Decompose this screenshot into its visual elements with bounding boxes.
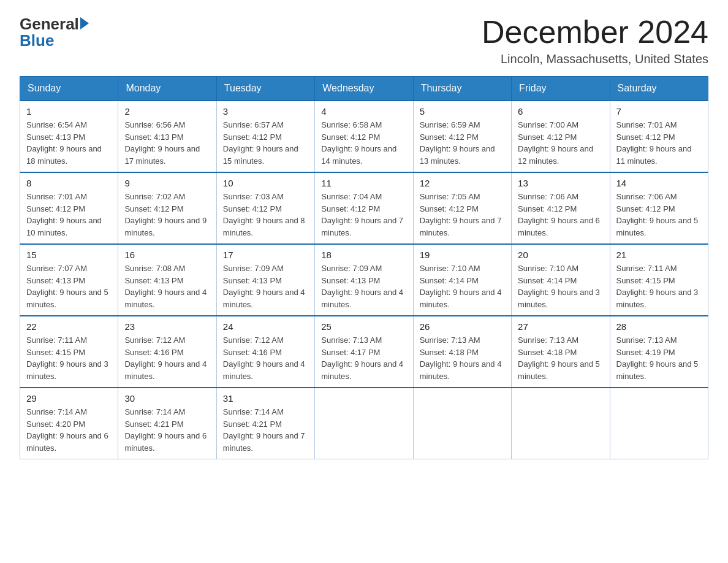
- day-info: Sunrise: 7:13 AMSunset: 4:18 PMDaylight:…: [420, 334, 505, 382]
- calendar-cell: [315, 388, 413, 459]
- day-number: 21: [616, 250, 702, 260]
- calendar-cell: 30 Sunrise: 7:14 AMSunset: 4:21 PMDaylig…: [118, 388, 216, 459]
- weekday-header-row: SundayMondayTuesdayWednesdayThursdayFrid…: [20, 77, 708, 101]
- day-info: Sunrise: 7:02 AMSunset: 4:12 PMDaylight:…: [124, 191, 210, 239]
- day-number: 15: [26, 250, 112, 260]
- weekday-header-thursday: Thursday: [413, 77, 511, 101]
- day-number: 13: [518, 178, 603, 188]
- logo-blue-text: Blue: [20, 31, 54, 50]
- calendar-cell: 19 Sunrise: 7:10 AMSunset: 4:14 PMDaylig…: [413, 244, 511, 316]
- day-number: 24: [223, 321, 308, 332]
- day-info: Sunrise: 7:10 AMSunset: 4:14 PMDaylight:…: [420, 262, 505, 310]
- day-number: 28: [616, 321, 702, 332]
- calendar-table: SundayMondayTuesdayWednesdayThursdayFrid…: [20, 76, 708, 459]
- day-number: 10: [223, 178, 308, 188]
- calendar-cell: 16 Sunrise: 7:08 AMSunset: 4:13 PMDaylig…: [118, 244, 216, 316]
- calendar-cell: 27 Sunrise: 7:13 AMSunset: 4:18 PMDaylig…: [512, 316, 610, 388]
- day-number: 5: [420, 106, 505, 117]
- day-info: Sunrise: 6:57 AMSunset: 4:12 PMDaylight:…: [223, 119, 308, 167]
- weekday-header-friday: Friday: [512, 77, 610, 101]
- calendar-cell: 15 Sunrise: 7:07 AMSunset: 4:13 PMDaylig…: [20, 244, 118, 316]
- weekday-header-saturday: Saturday: [610, 77, 708, 101]
- day-number: 7: [616, 106, 702, 117]
- weekday-header-monday: Monday: [118, 77, 216, 101]
- day-info: Sunrise: 6:54 AMSunset: 4:13 PMDaylight:…: [26, 119, 112, 167]
- calendar-cell: 1 Sunrise: 6:54 AMSunset: 4:13 PMDayligh…: [20, 101, 118, 172]
- calendar-cell: [610, 388, 708, 459]
- day-number: 31: [223, 393, 308, 404]
- calendar-cell: 31 Sunrise: 7:14 AMSunset: 4:21 PMDaylig…: [216, 388, 314, 459]
- day-number: 11: [321, 178, 406, 188]
- day-number: 16: [124, 250, 210, 260]
- day-number: 2: [124, 106, 210, 117]
- day-info: Sunrise: 7:00 AMSunset: 4:12 PMDaylight:…: [518, 119, 603, 167]
- day-info: Sunrise: 7:13 AMSunset: 4:19 PMDaylight:…: [616, 334, 702, 382]
- day-number: 3: [223, 106, 308, 117]
- calendar-cell: 23 Sunrise: 7:12 AMSunset: 4:16 PMDaylig…: [118, 316, 216, 388]
- calendar-cell: [512, 388, 610, 459]
- day-info: Sunrise: 7:06 AMSunset: 4:12 PMDaylight:…: [616, 191, 702, 239]
- day-info: Sunrise: 7:10 AMSunset: 4:14 PMDaylight:…: [518, 262, 603, 310]
- day-number: 29: [26, 393, 112, 404]
- calendar-cell: 29 Sunrise: 7:14 AMSunset: 4:20 PMDaylig…: [20, 388, 118, 459]
- day-info: Sunrise: 7:14 AMSunset: 4:20 PMDaylight:…: [26, 406, 112, 454]
- calendar-cell: 6 Sunrise: 7:00 AMSunset: 4:12 PMDayligh…: [512, 101, 610, 172]
- location-label: Lincoln, Massachusetts, United States: [482, 52, 708, 66]
- calendar-cell: 2 Sunrise: 6:56 AMSunset: 4:13 PMDayligh…: [118, 101, 216, 172]
- day-number: 1: [26, 106, 112, 117]
- calendar-cell: 22 Sunrise: 7:11 AMSunset: 4:15 PMDaylig…: [20, 316, 118, 388]
- day-info: Sunrise: 7:09 AMSunset: 4:13 PMDaylight:…: [321, 262, 406, 310]
- day-info: Sunrise: 7:12 AMSunset: 4:16 PMDaylight:…: [124, 334, 210, 382]
- week-row-3: 15 Sunrise: 7:07 AMSunset: 4:13 PMDaylig…: [20, 244, 708, 316]
- day-info: Sunrise: 7:08 AMSunset: 4:13 PMDaylight:…: [124, 262, 210, 310]
- weekday-header-wednesday: Wednesday: [315, 77, 413, 101]
- day-number: 19: [420, 250, 505, 260]
- week-row-2: 8 Sunrise: 7:01 AMSunset: 4:12 PMDayligh…: [20, 172, 708, 244]
- calendar-cell: 5 Sunrise: 6:59 AMSunset: 4:12 PMDayligh…: [413, 101, 511, 172]
- calendar-cell: 10 Sunrise: 7:03 AMSunset: 4:12 PMDaylig…: [216, 172, 314, 244]
- title-section: December 2024 Lincoln, Massachusetts, Un…: [482, 15, 708, 66]
- calendar-cell: 11 Sunrise: 7:04 AMSunset: 4:12 PMDaylig…: [315, 172, 413, 244]
- day-number: 6: [518, 106, 603, 117]
- day-number: 8: [26, 178, 112, 188]
- calendar-cell: 18 Sunrise: 7:09 AMSunset: 4:13 PMDaylig…: [315, 244, 413, 316]
- day-number: 30: [124, 393, 210, 404]
- day-info: Sunrise: 7:11 AMSunset: 4:15 PMDaylight:…: [616, 262, 702, 310]
- day-number: 27: [518, 321, 603, 332]
- calendar-cell: 14 Sunrise: 7:06 AMSunset: 4:12 PMDaylig…: [610, 172, 708, 244]
- calendar-cell: 20 Sunrise: 7:10 AMSunset: 4:14 PMDaylig…: [512, 244, 610, 316]
- day-info: Sunrise: 7:13 AMSunset: 4:18 PMDaylight:…: [518, 334, 603, 382]
- day-info: Sunrise: 7:06 AMSunset: 4:12 PMDaylight:…: [518, 191, 603, 239]
- day-info: Sunrise: 6:56 AMSunset: 4:13 PMDaylight:…: [124, 119, 210, 167]
- page-header: General Blue December 2024 Lincoln, Mass…: [20, 15, 708, 66]
- logo: General Blue: [20, 15, 89, 50]
- day-number: 20: [518, 250, 603, 260]
- day-number: 23: [124, 321, 210, 332]
- day-number: 26: [420, 321, 505, 332]
- calendar-cell: 7 Sunrise: 7:01 AMSunset: 4:12 PMDayligh…: [610, 101, 708, 172]
- day-info: Sunrise: 7:04 AMSunset: 4:12 PMDaylight:…: [321, 191, 406, 239]
- calendar-cell: 28 Sunrise: 7:13 AMSunset: 4:19 PMDaylig…: [610, 316, 708, 388]
- calendar-cell: 4 Sunrise: 6:58 AMSunset: 4:12 PMDayligh…: [315, 101, 413, 172]
- calendar-cell: 13 Sunrise: 7:06 AMSunset: 4:12 PMDaylig…: [512, 172, 610, 244]
- day-number: 9: [124, 178, 210, 188]
- day-info: Sunrise: 7:12 AMSunset: 4:16 PMDaylight:…: [223, 334, 308, 382]
- day-info: Sunrise: 7:05 AMSunset: 4:12 PMDaylight:…: [420, 191, 505, 239]
- calendar-cell: 25 Sunrise: 7:13 AMSunset: 4:17 PMDaylig…: [315, 316, 413, 388]
- day-info: Sunrise: 7:09 AMSunset: 4:13 PMDaylight:…: [223, 262, 308, 310]
- calendar-cell: 3 Sunrise: 6:57 AMSunset: 4:12 PMDayligh…: [216, 101, 314, 172]
- day-info: Sunrise: 7:11 AMSunset: 4:15 PMDaylight:…: [26, 334, 112, 382]
- day-info: Sunrise: 6:59 AMSunset: 4:12 PMDaylight:…: [420, 119, 505, 167]
- day-info: Sunrise: 7:13 AMSunset: 4:17 PMDaylight:…: [321, 334, 406, 382]
- day-info: Sunrise: 7:03 AMSunset: 4:12 PMDaylight:…: [223, 191, 308, 239]
- week-row-5: 29 Sunrise: 7:14 AMSunset: 4:20 PMDaylig…: [20, 388, 708, 459]
- day-number: 18: [321, 250, 406, 260]
- day-info: Sunrise: 7:14 AMSunset: 4:21 PMDaylight:…: [124, 406, 210, 454]
- day-number: 12: [420, 178, 505, 188]
- calendar-cell: 9 Sunrise: 7:02 AMSunset: 4:12 PMDayligh…: [118, 172, 216, 244]
- weekday-header-sunday: Sunday: [20, 77, 118, 101]
- day-info: Sunrise: 7:14 AMSunset: 4:21 PMDaylight:…: [223, 406, 308, 454]
- day-number: 22: [26, 321, 112, 332]
- calendar-cell: 12 Sunrise: 7:05 AMSunset: 4:12 PMDaylig…: [413, 172, 511, 244]
- calendar-cell: 21 Sunrise: 7:11 AMSunset: 4:15 PMDaylig…: [610, 244, 708, 316]
